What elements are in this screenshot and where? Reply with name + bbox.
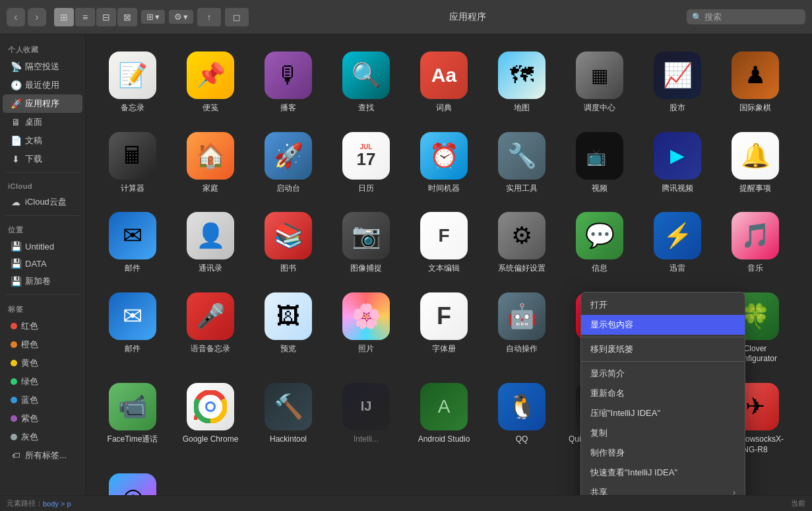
app-calendar[interactable]: JUL 17 日历 [330, 125, 402, 201]
facetime-icon: 📹 [109, 383, 156, 430]
ctx-compress[interactable]: 压缩"IntelliJ IDEA" [581, 403, 745, 423]
maps-label: 地图 [514, 103, 530, 114]
app-tv[interactable]: 📺 视频 [563, 125, 636, 201]
app-podcasts[interactable]: 🎙 播客 [252, 45, 325, 120]
ctx-quicklook-label: 快速查看"IntelliJ IDEA" [590, 467, 677, 479]
sidebar-item-desktop[interactable]: 🖥 桌面 [3, 113, 82, 131]
app-siri[interactable]: ◎ Siri [96, 467, 169, 495]
mail-label: 邮件 [125, 344, 141, 355]
ctx-sep-2 [581, 361, 745, 362]
app-stickies[interactable]: 📌 便笺 [174, 45, 247, 120]
sidebar-item-red[interactable]: 红色 [3, 317, 82, 335]
app-facetime[interactable]: 📹 FaceTime通话 [96, 376, 169, 461]
app-calculator[interactable]: 🖩 计算器 [96, 125, 169, 201]
app-xunlei[interactable]: ⚡ 迅雷 [641, 205, 714, 281]
green-tag-label: 绿色 [21, 376, 38, 388]
sidebar-item-green[interactable]: 绿色 [3, 372, 82, 391]
sidebar-item-alltags[interactable]: 🏷 所有标签... [3, 446, 82, 465]
sidebar-item-data[interactable]: 💾 DATA [3, 255, 82, 272]
app-messages[interactable]: 💬 信息 [563, 205, 636, 281]
ctx-open[interactable]: 打开 [581, 295, 745, 315]
preview-button[interactable]: ◻ [225, 8, 249, 26]
action-dropdown[interactable]: ⚙ ▾ [169, 10, 193, 24]
sidebar-item-recents[interactable]: 🕐 最近使用 [3, 76, 82, 94]
app-automator[interactable]: 🤖 自动操作 [485, 286, 558, 371]
view-column-btn[interactable]: ⊟ [96, 8, 116, 26]
photos-label: 照片 [358, 344, 374, 355]
app-chrome[interactable]: Google Chrome [174, 376, 247, 461]
app-mail2[interactable]: ✉ 邮件 [96, 205, 169, 281]
app-imagecapture[interactable]: 📷 图像捕捉 [330, 205, 402, 281]
tags-icon: 🏷 [11, 450, 21, 461]
app-preview[interactable]: 🖼 预览 [252, 286, 325, 371]
ctx-share[interactable]: 共享 › [581, 483, 745, 495]
sidebar-item-icloud[interactable]: ☁ iCloud云盘 [3, 193, 82, 211]
view-list-btn[interactable]: ≡ [75, 8, 95, 26]
app-utilities[interactable]: 🔧 实用工具 [485, 125, 558, 201]
back-button[interactable]: ‹ [7, 8, 25, 26]
app-reminders[interactable]: 🔔 提醒事项 [719, 125, 792, 201]
sidebar-item-orange[interactable]: 橙色 [3, 335, 82, 354]
xunlei-label: 迅雷 [670, 263, 685, 274]
sidebar-item-singapore[interactable]: 💾 新加卷 [3, 272, 82, 290]
app-books[interactable]: 📚 图书 [252, 205, 325, 281]
sidebar-item-downloads[interactable]: ⬇ 下载 [3, 150, 82, 168]
forward-button[interactable]: › [28, 8, 46, 26]
app-hackintool[interactable]: 🔨 Hackintool [252, 376, 325, 461]
home-label: 家庭 [203, 184, 218, 194]
app-memo[interactable]: 📝 备忘录 [96, 45, 169, 120]
app-find[interactable]: 🔍 查找 [330, 45, 402, 120]
app-qq[interactable]: 🐧 QQ [485, 376, 558, 461]
app-music[interactable]: 🎵 音乐 [719, 205, 792, 281]
view-cover-btn[interactable]: ⊠ [117, 8, 137, 26]
statusbar-path[interactable]: body > p [43, 500, 71, 508]
sidebar-item-untitled[interactable]: 💾 Untitled [3, 238, 82, 255]
airdrop-label: 隔空投送 [25, 61, 59, 73]
alltags-label: 所有标签... [25, 450, 67, 461]
sidebar-item-blue[interactable]: 蓝色 [3, 391, 82, 409]
app-voicememo[interactable]: 🎤 语音备忘录 [174, 286, 247, 371]
app-chess[interactable]: ♟ 国际象棋 [719, 45, 792, 120]
statusbar-suffix: 当前 [791, 498, 805, 508]
sidebar-item-airdrop[interactable]: 📡 隔空投送 [3, 57, 82, 76]
sidebar-item-yellow[interactable]: 黄色 [3, 354, 82, 372]
app-timemachine[interactable]: ⏰ 时间机器 [408, 125, 480, 201]
ctx-quicklook[interactable]: 快速查看"IntelliJ IDEA" [581, 463, 745, 483]
share-button[interactable]: ↑ [197, 8, 221, 26]
app-syspref[interactable]: ⚙ 系统偏好设置 [485, 205, 558, 281]
app-home[interactable]: 🏠 家庭 [174, 125, 247, 201]
downloads-icon: ⬇ [11, 154, 21, 164]
app-stocks[interactable]: 📈 股市 [641, 45, 714, 120]
ctx-rename[interactable]: 重新命名 [581, 384, 745, 403]
ctx-show-contents[interactable]: 显示包内容 [581, 315, 745, 335]
sidebar-item-applications[interactable]: 🚀 应用程序 [3, 94, 82, 113]
search-box[interactable]: 🔍 [687, 9, 805, 24]
app-contacts[interactable]: 👤 通讯录 [174, 205, 247, 281]
ctx-rename-label: 重新命名 [590, 388, 625, 399]
view-dropdown-icon: ⊞ [146, 12, 154, 22]
app-launchpad[interactable]: 🚀 启动台 [252, 125, 325, 201]
app-maps[interactable]: 🗺 地图 [485, 45, 558, 120]
sidebar-item-documents[interactable]: 📄 文稿 [3, 131, 82, 150]
search-input[interactable] [704, 12, 797, 22]
view-icon-btn[interactable]: ⊞ [54, 8, 74, 26]
ctx-info[interactable]: 显示简介 [581, 364, 745, 384]
app-photos[interactable]: 🌸 照片 [330, 286, 402, 371]
sidebar-item-gray[interactable]: 灰色 [3, 428, 82, 446]
sidebar-item-purple[interactable]: 紫色 [3, 409, 82, 428]
app-control[interactable]: ▦ 调度中心 [563, 45, 636, 120]
app-intellij[interactable]: IJ Intelli... [330, 376, 402, 461]
ctx-trash[interactable]: 移到废纸篓 [581, 339, 745, 359]
ctx-copy[interactable]: 复制 [581, 423, 745, 443]
tv-label: 视频 [592, 184, 608, 194]
app-fontbook[interactable]: F 字体册 [408, 286, 480, 371]
app-android[interactable]: A Android Studio [408, 376, 480, 461]
ctx-alias[interactable]: 制作替身 [581, 443, 745, 463]
app-tencent[interactable]: ▶ 腾讯视频 [641, 125, 714, 201]
view-dropdown[interactable]: ⊞ ▾ [141, 10, 165, 24]
app-dictionary[interactable]: Aa 词典 [408, 45, 480, 120]
purple-tag-dot [11, 415, 17, 422]
app-mail[interactable]: ✉ 邮件 [96, 286, 169, 371]
disk-icon-2: 💾 [11, 258, 21, 269]
app-textedit[interactable]: F 文本编辑 [408, 205, 480, 281]
